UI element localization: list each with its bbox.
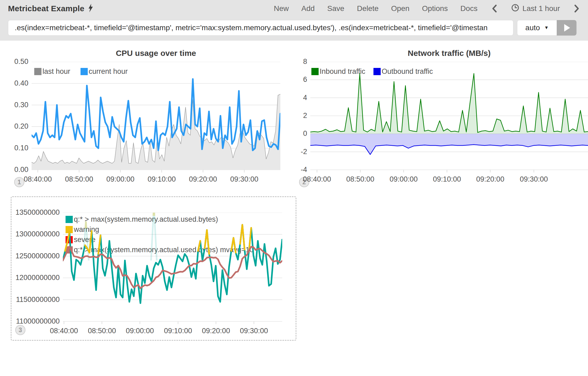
y-tick-label: 0.30	[11, 101, 28, 109]
x-tick-label: 09:00:00	[106, 175, 134, 183]
play-icon	[564, 24, 570, 32]
y-tick-label: 13500000000	[12, 208, 60, 217]
menu-options[interactable]: Options	[422, 4, 448, 13]
y-tick-label: 0.10	[11, 144, 28, 152]
y-tick-label: 8	[299, 57, 307, 66]
y-tick-label: 6	[299, 75, 307, 84]
x-tick-label: 09:30:00	[240, 327, 268, 335]
x-tick-label: 09:00:00	[126, 327, 154, 335]
kibana-timelion-page: Metricbeat Example New Add Save Delete O…	[0, 0, 588, 376]
chevron-down-icon: ▼	[544, 25, 549, 30]
menu-open[interactable]: Open	[391, 4, 410, 13]
x-tick-label: 09:20:00	[476, 175, 504, 183]
top-navbar: Metricbeat Example New Add Save Delete O…	[0, 0, 588, 17]
cpu-usage-panel[interactable]: CPU usage over time last hour current ho…	[11, 45, 281, 191]
interval-value: auto	[525, 24, 540, 32]
y-tick-label: 12500000000	[12, 252, 60, 260]
x-tick-label: 08:50:00	[346, 175, 374, 183]
y-tick-label: 2	[299, 112, 307, 120]
run-query-button[interactable]	[557, 20, 576, 36]
x-tick-label: 08:40:00	[303, 175, 331, 183]
x-tick-label: 09:10:00	[433, 175, 461, 183]
y-tick-label: 0.40	[11, 79, 28, 87]
menu-add[interactable]: Add	[301, 4, 315, 13]
interval-select[interactable]: auto ▼	[517, 20, 557, 36]
y-tick-label: 0.50	[11, 57, 28, 66]
x-tick-label: 09:20:00	[189, 175, 217, 183]
y-tick-label: 13000000000	[12, 230, 60, 238]
x-tick-label: 08:50:00	[65, 175, 93, 183]
time-range-label: Last 1 hour	[522, 4, 560, 13]
time-picker[interactable]: Last 1 hour	[511, 4, 560, 14]
chart-plot-area[interactable]	[63, 213, 282, 325]
y-tick-label: 11000000000	[12, 317, 60, 325]
x-tick-label: 08:50:00	[88, 327, 116, 335]
menu-new[interactable]: New	[274, 4, 289, 13]
query-bar: .es(index=metricbeat-*, timefield='@time…	[0, 17, 588, 41]
y-tick-label: 11500000000	[12, 296, 60, 304]
panel-badge-3: 3	[15, 325, 25, 335]
x-tick-label: 09:10:00	[164, 327, 192, 335]
app-title: Metricbeat Example	[8, 4, 84, 13]
x-tick-label: 08:40:00	[50, 327, 78, 335]
x-tick-label: 09:10:00	[148, 175, 176, 183]
x-tick-label: 09:30:00	[230, 175, 258, 183]
menu-save[interactable]: Save	[327, 4, 344, 13]
y-tick-label: -4	[299, 166, 307, 174]
menu-docs[interactable]: Docs	[460, 4, 478, 13]
time-back-chevron-icon[interactable]	[492, 5, 497, 13]
time-forward-chevron-icon[interactable]	[574, 5, 579, 13]
cpu-chart-title: CPU usage over time	[32, 49, 280, 58]
y-tick-label: 12000000000	[12, 274, 60, 282]
chart-plot-area[interactable]	[310, 62, 588, 173]
x-tick-label: 09:00:00	[390, 175, 418, 183]
y-tick-label: 0.20	[11, 122, 28, 131]
network-traffic-panel[interactable]: Network traffic (MB/s) Inbound traffic O…	[299, 45, 588, 191]
x-tick-label: 09:30:00	[520, 175, 548, 183]
memory-panel-selected[interactable]: q:* > max(system.memory.actual.used.byte…	[11, 196, 296, 341]
timelion-query-input[interactable]: .es(index=metricbeat-*, timefield='@time…	[8, 20, 513, 36]
chart-plot-area[interactable]	[32, 62, 280, 173]
clock-icon	[511, 4, 519, 14]
y-tick-label: 4	[299, 94, 307, 102]
network-chart-title: Network traffic (MB/s)	[310, 49, 588, 58]
menu-delete[interactable]: Delete	[357, 4, 379, 13]
lightning-bolt-icon	[88, 4, 93, 13]
y-tick-label: -2	[299, 148, 307, 156]
toolbar-menu: New Add Save Delete Open Options Docs La…	[274, 4, 581, 14]
x-tick-label: 09:20:00	[202, 327, 230, 335]
y-tick-label: 0	[299, 129, 307, 138]
y-tick-label: 0.00	[11, 166, 28, 174]
x-tick-label: 08:40:00	[24, 175, 52, 183]
panel-badge-1: 1	[14, 177, 24, 187]
